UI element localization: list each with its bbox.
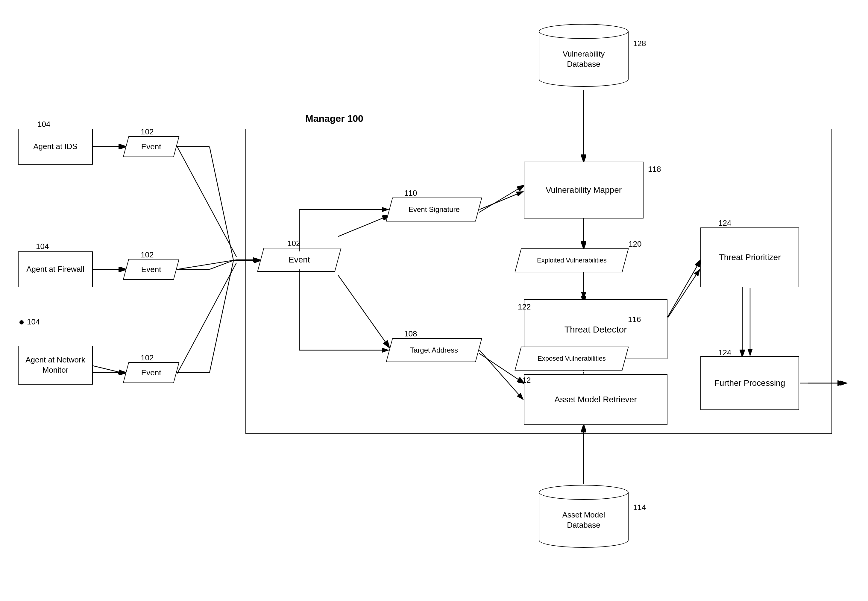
agent-ids-box: Agent at IDS: [18, 129, 93, 165]
event2-shape: Event: [123, 259, 180, 280]
threat-prioritizer-box: Threat Prioritizer: [700, 227, 799, 287]
exposed-vuln-shape: Exposed Vulnerabilities: [514, 346, 628, 371]
svg-line-7: [209, 146, 233, 260]
agent-ids-number: 104: [37, 120, 50, 129]
target-address-shape: Target Address: [386, 338, 482, 362]
further-processing-box: Further Processing: [700, 356, 799, 410]
event-center-number: 102: [287, 239, 300, 248]
dot-indicator: [20, 320, 24, 325]
exploited-vuln-number: 120: [628, 239, 641, 249]
agent-network-box: Agent at Network Monitor: [18, 346, 93, 384]
asset-model-retriever-number: 112: [518, 376, 531, 385]
event-signature-shape: Event Signature: [386, 198, 482, 221]
exposed-vuln-number: 116: [628, 315, 641, 324]
dot-number: 104: [27, 317, 40, 326]
threat-detector-number: 122: [518, 302, 531, 311]
agent-firewall-number: 104: [36, 242, 49, 251]
threat-prioritizer-number: 124: [719, 218, 731, 228]
exploited-vuln-shape: Exploited Vulnerabilities: [514, 249, 628, 272]
vulnerability-mapper-box: Vulnerability Mapper: [524, 162, 644, 218]
diagram: Manager 100 Agent at IDS 104 Event 102 A…: [0, 0, 868, 601]
vulnerability-mapper-number: 118: [648, 165, 661, 174]
manager-label: Manager 100: [305, 113, 363, 124]
event3-number: 102: [141, 353, 154, 363]
asset-model-retriever-box: Asset Model Retriever: [524, 374, 667, 425]
vulnerability-db-cylinder: Vulnerability Database: [539, 24, 628, 93]
agent-firewall-box: Agent at Firewall: [18, 252, 93, 287]
event-signature-number: 110: [404, 189, 417, 198]
further-processing-number: 124: [719, 348, 731, 357]
event-center-shape: Event: [257, 248, 341, 272]
asset-model-db-cylinder: Asset Model Database: [539, 485, 628, 554]
vulnerability-db-number: 128: [633, 39, 646, 48]
svg-line-8: [209, 260, 233, 269]
event3-shape: Event: [123, 362, 180, 383]
target-address-number: 108: [404, 329, 417, 339]
event1-shape: Event: [123, 136, 180, 157]
event1-number: 102: [141, 127, 154, 136]
event2-number: 102: [141, 250, 154, 259]
svg-line-9: [209, 260, 233, 373]
asset-model-db-number: 114: [633, 503, 646, 512]
